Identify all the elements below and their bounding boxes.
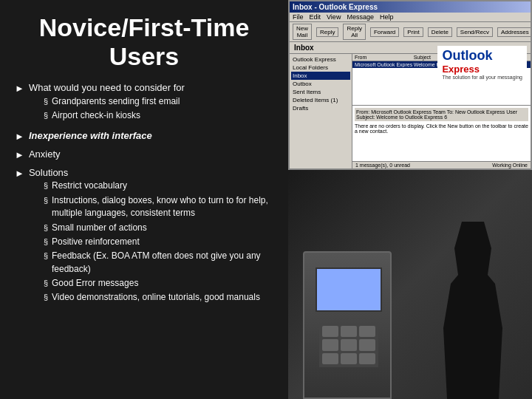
sub-item-positive: § Positive reinforcement — [44, 236, 273, 248]
sub-bullet-icon-5: § — [44, 222, 48, 234]
outlook-titlebar: Inbox - Outlook Express — [290, 1, 531, 13]
addresses-button[interactable]: Addresses — [497, 27, 532, 37]
atm-key-7 — [322, 353, 338, 364]
arrow-icon-3: ► — [15, 149, 24, 163]
new-mail-button[interactable]: New Mail — [293, 24, 312, 40]
menu-file[interactable]: File — [293, 13, 304, 21]
col-from: From — [353, 55, 412, 60]
sub-item-vocab: § Restrict vocabulary — [44, 180, 273, 192]
outlook-title-text: Inbox - Outlook Express — [293, 3, 378, 11]
atm-key-4 — [322, 339, 338, 350]
status-working: Working Online — [492, 163, 528, 168]
bullet-what: ► What would you need to consider for § … — [15, 81, 273, 126]
sendrecv-button[interactable]: Send/Recv — [457, 27, 493, 37]
bullet-solutions: ► Solutions § Restrict vocabulary § Inst… — [15, 166, 273, 307]
sidebar-sent[interactable]: Sent Items — [291, 88, 350, 96]
forward-button[interactable]: Forward — [370, 27, 399, 37]
atm-key-6 — [359, 339, 375, 350]
atm-key-5 — [341, 339, 357, 350]
sub-item-instructions: § Instructions, dialog boxes, know who t… — [44, 194, 273, 220]
atm-image — [288, 170, 532, 399]
atm-machine — [303, 251, 392, 399]
outlook-sidebar: Outlook Express Local Folders Inbox Outb… — [290, 54, 352, 168]
atm-background — [288, 170, 532, 399]
sidebar-inbox[interactable]: Inbox — [291, 72, 350, 80]
atm-keypad — [319, 323, 378, 367]
preview-subject: Subject: Welcome to Outlook Express 6 — [356, 115, 527, 120]
reply-all-button[interactable]: Reply All — [343, 24, 365, 40]
sub-text-grandparents: Grandparents sending first email — [52, 95, 180, 108]
sub-bullet-icon-9: § — [44, 292, 48, 304]
person-silhouette — [436, 222, 510, 399]
delete-button[interactable]: Delete — [428, 27, 452, 37]
sub-bullet-icon-3: § — [44, 180, 48, 192]
arrow-icon-2: ► — [15, 130, 24, 144]
atm-key-9 — [359, 353, 375, 364]
sub-item-airport: § Airport check-in kiosks — [44, 109, 185, 122]
sub-item-feedback: § Feedback (Ex. BOA ATM often does not g… — [44, 250, 273, 276]
sub-item-video: § Video demonstrations, online tutorials… — [44, 291, 273, 304]
sub-item-small-actions: § Small number of actions — [44, 222, 273, 234]
sub-list-solutions: § Restrict vocabulary § Instructions, di… — [44, 180, 273, 304]
print-button[interactable]: Print — [403, 27, 423, 37]
bullet-anxiety-text: Anxiety — [29, 148, 61, 162]
sub-bullet-icon-4: § — [44, 195, 48, 207]
sub-bullet-icon-2: § — [44, 110, 48, 122]
sub-text-vocab: Restrict vocabulary — [52, 180, 127, 192]
express-logo-text: Express — [442, 64, 522, 75]
preview-header: From: Microsoft Outlook Express Team To:… — [355, 108, 528, 121]
outlook-window: Inbox - Outlook Express File Edit View M… — [290, 1, 531, 168]
arrow-icon-1: ► — [15, 82, 24, 96]
menu-view[interactable]: View — [327, 13, 341, 21]
sub-bullet-icon-1: § — [44, 96, 48, 108]
atm-key-2 — [341, 326, 357, 337]
sub-bullet-icon-6: § — [44, 236, 48, 248]
menu-edit[interactable]: Edit — [310, 13, 321, 21]
bullet-what-text: What would you need to consider for — [29, 82, 185, 93]
sub-text-error: Good Error messages — [52, 277, 138, 290]
atm-key-3 — [359, 326, 375, 337]
sidebar-outbox[interactable]: Outbox — [291, 80, 350, 88]
sidebar-local-folders[interactable]: Local Folders — [291, 64, 350, 72]
sidebar-deleted[interactable]: Deleted Items (1) — [291, 96, 350, 104]
sidebar-outlook-express[interactable]: Outlook Express — [291, 55, 350, 64]
preview-from: From: Microsoft Outlook Express Team To:… — [356, 109, 527, 115]
inbox-label: Inbox — [294, 44, 314, 52]
right-panel: Inbox - Outlook Express File Edit View M… — [288, 0, 532, 399]
solution-tagline: The solution for all your messaging — [442, 75, 522, 80]
sub-text-small-actions: Small number of actions — [52, 222, 147, 234]
bullet-inexp: ► Inexperience with interface — [15, 129, 273, 144]
email-from-1: Microsoft Outlook Expres... — [353, 62, 412, 67]
atm-key-8 — [341, 353, 357, 364]
sub-list-what: § Grandparents sending first email § Air… — [44, 95, 185, 123]
menu-message[interactable]: Message — [347, 13, 374, 21]
outlook-logo-text: Outlook — [442, 48, 522, 64]
bullet-solutions-text: Solutions — [29, 167, 68, 178]
sub-text-positive: Positive reinforcement — [52, 236, 140, 248]
atm-key-1 — [322, 326, 338, 337]
preview-body: There are no orders to display. Click th… — [355, 123, 528, 134]
content-area: ► What would you need to consider for § … — [15, 81, 273, 311]
atm-screen — [316, 267, 382, 312]
reply-button[interactable]: Reply — [316, 27, 338, 37]
sub-bullet-icon-7: § — [44, 250, 48, 262]
outlook-toolbar: New Mail Reply Reply All Forward Print D… — [290, 22, 531, 42]
outlook-statusbar: 1 message(s), 0 unread Working Online — [352, 161, 531, 168]
outlook-menubar: File Edit View Message Help — [290, 13, 531, 22]
menu-help[interactable]: Help — [380, 13, 394, 21]
email-preview: From: Microsoft Outlook Express Team To:… — [352, 106, 531, 161]
bullet-inexp-text: Inexperience with interface — [29, 129, 152, 143]
arrow-icon-4: ► — [15, 167, 24, 181]
sub-text-video: Video demonstrations, online tutorials, … — [52, 291, 260, 304]
sub-text-instructions: Instructions, dialog boxes, know who to … — [52, 194, 273, 220]
slide-title: Novice/First-Time Users — [15, 13, 273, 71]
left-panel: Novice/First-Time Users ► What would you… — [0, 0, 288, 399]
status-messages: 1 message(s), 0 unread — [355, 163, 410, 168]
sub-text-airport: Airport check-in kiosks — [52, 109, 140, 122]
outlook-logo-area: Outlook Express The solution for all you… — [437, 46, 527, 82]
bullet-anxiety: ► Anxiety — [15, 148, 273, 163]
sub-text-feedback: Feedback (Ex. BOA ATM often does not giv… — [52, 250, 273, 276]
outlook-screenshot: Inbox - Outlook Express File Edit View M… — [288, 0, 532, 170]
sidebar-drafts[interactable]: Drafts — [291, 104, 350, 112]
sub-item-error: § Good Error messages — [44, 277, 273, 290]
